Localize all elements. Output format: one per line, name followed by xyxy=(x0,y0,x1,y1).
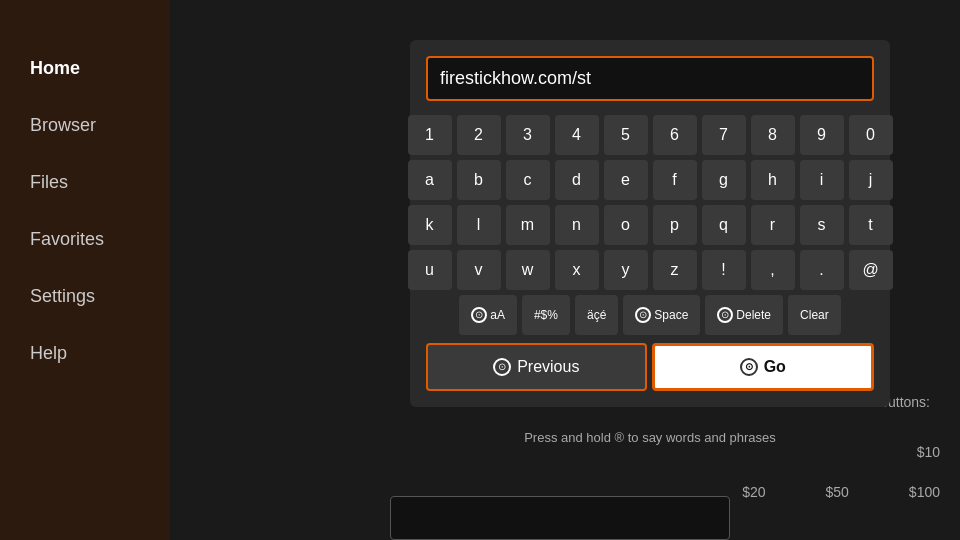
key-i[interactable]: i xyxy=(800,160,844,200)
key-e[interactable]: e xyxy=(604,160,648,200)
key-f[interactable]: f xyxy=(653,160,697,200)
donation-amount-50: $50 xyxy=(825,484,848,500)
url-input[interactable] xyxy=(428,58,872,99)
key-n[interactable]: n xyxy=(555,205,599,245)
key-period[interactable]: . xyxy=(800,250,844,290)
donation-row1: $10 xyxy=(917,444,940,460)
key-9[interactable]: 9 xyxy=(800,115,844,155)
key-1[interactable]: 1 xyxy=(408,115,452,155)
key-5[interactable]: 5 xyxy=(604,115,648,155)
key-0[interactable]: 0 xyxy=(849,115,893,155)
key-w[interactable]: w xyxy=(506,250,550,290)
url-input-container[interactable] xyxy=(426,56,874,101)
key-c[interactable]: c xyxy=(506,160,550,200)
key-z[interactable]: z xyxy=(653,250,697,290)
sidebar-favorites-label: Favorites xyxy=(30,229,104,249)
key-case[interactable]: ⊙ aA xyxy=(459,295,517,335)
key-k[interactable]: k xyxy=(408,205,452,245)
sidebar-settings-label: Settings xyxy=(30,286,95,306)
key-at[interactable]: @ xyxy=(849,250,893,290)
keyboard: 1 2 3 4 5 6 7 8 9 0 a b c d e f g h xyxy=(426,115,874,335)
key-b[interactable]: b xyxy=(457,160,501,200)
key-r[interactable]: r xyxy=(751,205,795,245)
key-space[interactable]: ⊙ Space xyxy=(623,295,700,335)
key-6[interactable]: 6 xyxy=(653,115,697,155)
key-s[interactable]: s xyxy=(800,205,844,245)
keyboard-dialog: 1 2 3 4 5 6 7 8 9 0 a b c d e f g h xyxy=(410,40,890,407)
key-q[interactable]: q xyxy=(702,205,746,245)
donation-amount-100: $100 xyxy=(909,484,940,500)
key-delete[interactable]: ⊙ Delete xyxy=(705,295,783,335)
key-x[interactable]: x xyxy=(555,250,599,290)
key-y[interactable]: y xyxy=(604,250,648,290)
sidebar-item-home[interactable]: Home xyxy=(0,40,170,97)
key-l[interactable]: l xyxy=(457,205,501,245)
key-7[interactable]: 7 xyxy=(702,115,746,155)
sidebar-home-label: Home xyxy=(30,58,80,78)
key-g[interactable]: g xyxy=(702,160,746,200)
key-d[interactable]: d xyxy=(555,160,599,200)
key-u[interactable]: u xyxy=(408,250,452,290)
sidebar-browser-label: Browser xyxy=(30,115,96,135)
key-accents[interactable]: äçé xyxy=(575,295,618,335)
key-clear[interactable]: Clear xyxy=(788,295,841,335)
hint-text: Press and hold ® to say words and phrase… xyxy=(410,430,890,445)
key-exclaim[interactable]: ! xyxy=(702,250,746,290)
key-a[interactable]: a xyxy=(408,160,452,200)
sidebar-item-browser[interactable]: Browser xyxy=(0,97,170,154)
alpha-row2: k l m n o p q r s t xyxy=(426,205,874,245)
alpha-row1: a b c d e f g h i j xyxy=(426,160,874,200)
key-comma[interactable]: , xyxy=(751,250,795,290)
key-symbols[interactable]: #$% xyxy=(522,295,570,335)
sidebar-files-label: Files xyxy=(30,172,68,192)
donation-amount-20: $20 xyxy=(742,484,765,500)
key-m[interactable]: m xyxy=(506,205,550,245)
previous-button[interactable]: ⊙ Previous xyxy=(426,343,647,391)
bottom-buttons: ⊙ Previous ⊙ Go xyxy=(426,343,874,391)
key-t[interactable]: t xyxy=(849,205,893,245)
key-v[interactable]: v xyxy=(457,250,501,290)
key-p[interactable]: p xyxy=(653,205,697,245)
key-3[interactable]: 3 xyxy=(506,115,550,155)
sidebar-item-help[interactable]: Help xyxy=(0,325,170,382)
sidebar-item-settings[interactable]: Settings xyxy=(0,268,170,325)
number-row: 1 2 3 4 5 6 7 8 9 0 xyxy=(426,115,874,155)
key-o[interactable]: o xyxy=(604,205,648,245)
alpha-row3: u v w x y z ! , . @ xyxy=(426,250,874,290)
main-content: ase donation buttons: $10 $20 $50 $100 1… xyxy=(170,0,960,540)
key-j[interactable]: j xyxy=(849,160,893,200)
special-row: ⊙ aA #$% äçé ⊙ Space ⊙ Delete xyxy=(426,295,874,335)
donation-amount-10: $10 xyxy=(917,444,940,460)
sidebar-help-label: Help xyxy=(30,343,67,363)
key-h[interactable]: h xyxy=(751,160,795,200)
sidebar-item-favorites[interactable]: Favorites xyxy=(0,211,170,268)
donation-row2: $20 $50 $100 xyxy=(742,484,940,500)
key-4[interactable]: 4 xyxy=(555,115,599,155)
key-8[interactable]: 8 xyxy=(751,115,795,155)
key-2[interactable]: 2 xyxy=(457,115,501,155)
bg-search-bar xyxy=(390,496,730,540)
sidebar: Home Browser Files Favorites Settings He… xyxy=(0,0,170,540)
go-button[interactable]: ⊙ Go xyxy=(652,343,875,391)
sidebar-item-files[interactable]: Files xyxy=(0,154,170,211)
